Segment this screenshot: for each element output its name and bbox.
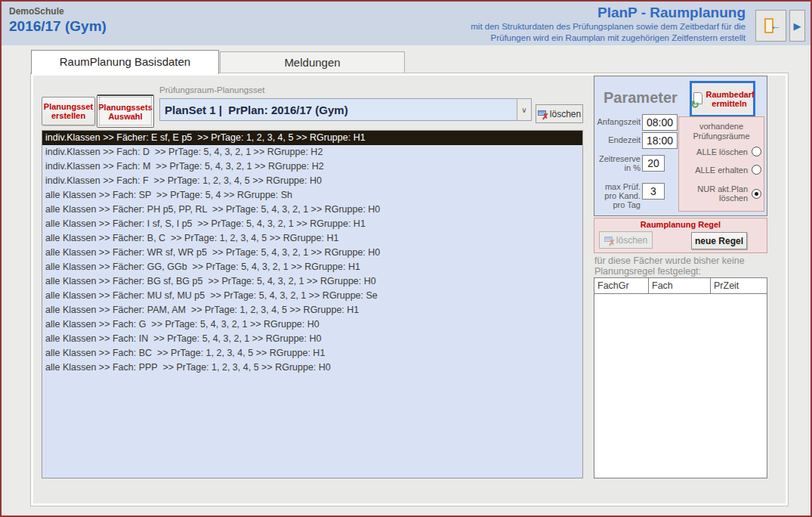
- exit-button[interactable]: ←: [755, 10, 786, 42]
- radio-alle-erhalten-label: ALLE erhalten: [695, 166, 748, 175]
- planset-delete-label: löschen: [550, 109, 581, 119]
- radio-nur-akt-plan-label: NUR akt.Plan löschen: [693, 184, 748, 203]
- radio-alle-erhalten[interactable]: ALLE erhalten: [681, 165, 761, 175]
- header: DemoSchule 2016/17 (Gym) PlanP - Raumpla…: [2, 2, 810, 45]
- raumbedarf-ermitteln-button[interactable]: ↻ Raumbedarf ermitteln: [690, 81, 755, 117]
- planset-list-item[interactable]: indiv.Klassen >> Fach: F >> PrTage: 1, 2…: [42, 174, 582, 188]
- next-button[interactable]: ▶: [789, 10, 805, 42]
- planset-list-item[interactable]: alle Klassen >> Fächer: I sf, S, I p5 >>…: [42, 217, 582, 231]
- planset-list-item[interactable]: indiv.Klassen >> Fach: M >> PrTage: 5, 4…: [42, 159, 582, 174]
- play-arrow-icon: ▶: [794, 20, 801, 32]
- zeitreserve-field[interactable]: 20: [642, 155, 665, 172]
- planset-delete-button[interactable]: ✗ löschen: [536, 104, 583, 123]
- planset-list-item[interactable]: alle Klassen >> Fach: SP >> PrTage: 5, 4…: [42, 188, 582, 203]
- planset-combo-label: Prüfungsraum-Planungsset: [159, 85, 264, 94]
- raumplanung-regel-title: Raumplanung Regel: [594, 220, 767, 229]
- radio-alle-loeschen-label: ALLE löschen: [696, 147, 748, 156]
- radio-button-icon[interactable]: [752, 189, 761, 199]
- document-refresh-icon: ↻: [693, 92, 704, 107]
- radio-nur-akt-plan-loeschen[interactable]: NUR akt.Plan löschen: [681, 184, 761, 203]
- max-pruefungen-field[interactable]: 3: [642, 183, 665, 200]
- column-header-fachgr: FachGr: [594, 278, 649, 293]
- table-header-row: FachGr Fach PrZeit: [594, 278, 767, 294]
- delete-list-icon: ✗: [538, 110, 548, 119]
- parameter-title: Parameter: [604, 89, 678, 107]
- regel-delete-label: löschen: [616, 235, 647, 246]
- regel-delete-button-disabled[interactable]: ✗ löschen: [599, 231, 653, 249]
- column-header-fach: Fach: [649, 278, 711, 293]
- page-subtitle-line1: mit den Strukturdaten des Prüfungsplanen…: [471, 21, 746, 33]
- planset-list-item[interactable]: alle Klassen >> Fächer: MU sf, MU p5 >> …: [42, 289, 582, 303]
- planset-list-item[interactable]: alle Klassen >> Fach: G >> PrTage: 5, 4,…: [42, 317, 582, 332]
- planset-list-item[interactable]: indiv.Klassen >> Fach: D >> PrTage: 5, 4…: [42, 145, 582, 159]
- column-header-przeit: PrZeit: [711, 278, 767, 293]
- app-window: DemoSchule 2016/17 (Gym) PlanP - Raumpla…: [0, 0, 812, 517]
- planungsset-erstellen-button[interactable]: Planungsset erstellen: [42, 97, 95, 125]
- radio-button-icon[interactable]: [752, 147, 761, 156]
- planset-list[interactable]: indiv.Klassen >> Fächer: E sf, E p5 >> P…: [42, 130, 583, 478]
- planset-list-item[interactable]: alle Klassen >> Fächer: PAM, AM >> PrTag…: [42, 303, 582, 317]
- endezeit-label: Endezeit: [594, 135, 641, 144]
- school-name: DemoSchule: [9, 6, 64, 17]
- planset-list-item[interactable]: alle Klassen >> Fächer: GG, GGb >> PrTag…: [42, 260, 582, 274]
- delete-list-icon: ✗: [604, 236, 615, 245]
- endezeit-field[interactable]: 18:00: [642, 132, 678, 149]
- planset-list-item[interactable]: alle Klassen >> Fächer: B, C >> PrTage: …: [42, 231, 582, 246]
- planungsregel-table[interactable]: FachGr Fach PrZeit: [594, 277, 767, 478]
- planset-list-item[interactable]: alle Klassen >> Fach: BC >> PrTage: 1, 2…: [42, 346, 582, 361]
- max-pruefungen-label: max Prüf. pro Kand. pro Tag: [597, 182, 641, 209]
- page-subtitle-line2: Prüfungen wird ein Raumplan mit zugehöri…: [471, 33, 746, 44]
- anfangszeit-field[interactable]: 08:00: [642, 114, 678, 131]
- zeitreserve-label: Zeitreserve in %: [594, 154, 641, 172]
- rooms-box-title: vorhandene Prüfungsräume: [687, 122, 756, 141]
- radio-alle-loeschen[interactable]: ALLE löschen: [681, 147, 761, 156]
- planset-list-item[interactable]: alle Klassen >> Fach: PPP >> PrTage: 1, …: [42, 361, 582, 375]
- tab-meldungen[interactable]: Meldungen: [220, 51, 405, 73]
- planset-list-item[interactable]: alle Klassen >> Fächer: BG sf, BG p5 >> …: [42, 274, 582, 289]
- planset-list-item[interactable]: alle Klassen >> Fächer: PH p5, PP, RL >>…: [42, 203, 582, 217]
- planset-list-item[interactable]: alle Klassen >> Fächer: WR sf, WR p5 >> …: [42, 246, 582, 260]
- chevron-down-icon[interactable]: ∨: [517, 99, 531, 120]
- radio-button-icon[interactable]: [752, 165, 761, 175]
- tab-raumplanung-basisdaten[interactable]: RaumPlanung Basisdaten: [31, 50, 219, 74]
- regel-info-line2: Planungsregel festgelegt:: [594, 266, 701, 277]
- neue-regel-button[interactable]: neue Regel: [691, 232, 747, 249]
- title-block: PlanP - Raumplanung mit den Strukturdate…: [471, 5, 746, 44]
- planset-list-item[interactable]: indiv.Klassen >> Fächer: E sf, E p5 >> P…: [42, 131, 582, 145]
- school-year: 2016/17 (Gym): [9, 18, 107, 35]
- page-title: PlanP - Raumplanung: [471, 5, 746, 21]
- planset-combo[interactable]: PlanSet 1 | PrPlan: 2016/17 (Gym) ∨: [159, 98, 532, 121]
- raumbedarf-label: Raumbedarf ermitteln: [706, 90, 753, 108]
- planset-list-item[interactable]: alle Klassen >> Fach: IN >> PrTage: 5, 4…: [42, 332, 582, 346]
- planset-combo-value: PlanSet 1 | PrPlan: 2016/17 (Gym): [160, 104, 517, 116]
- planungssets-auswahl-button[interactable]: Planungssets Auswahl: [97, 94, 154, 128]
- anfangszeit-label: Anfangszeit: [594, 117, 641, 126]
- door-exit-icon: ←: [763, 18, 780, 33]
- regel-info-line1: für diese Fächer wurde bisher keine: [594, 255, 745, 266]
